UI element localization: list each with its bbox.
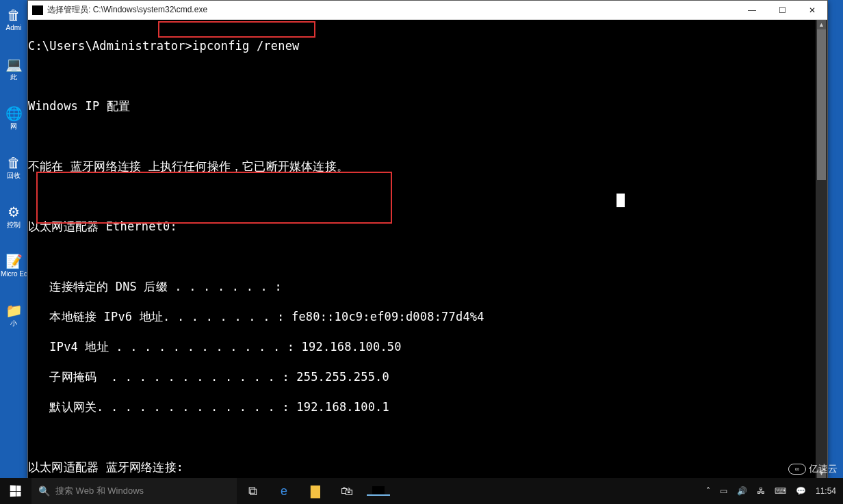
tray-app-icon[interactable]: ▭ [720, 486, 727, 496]
desktop-icon[interactable]: 🌐网 [1, 104, 26, 137]
desktop-icon[interactable]: 🗑回收 [1, 153, 26, 186]
window-title: 选择管理员: C:\Windows\system32\cmd.exe [47, 4, 737, 16]
scroll-up-arrow[interactable]: ▲ [817, 20, 826, 29]
taskbar-search[interactable]: 🔍 搜索 Web 和 Windows [31, 478, 237, 504]
edge-browser-icon[interactable]: e [268, 484, 300, 499]
output-line: 以太网适配器 Ethernet0: [28, 219, 813, 234]
tray-action-center-icon[interactable]: 💬 [796, 486, 806, 496]
cmd-taskbar-icon[interactable] [363, 486, 394, 496]
desktop-icon[interactable]: ⚙控制 [1, 202, 26, 235]
close-button[interactable]: ✕ [797, 1, 827, 19]
system-tray: ˄ ▭ 🔊 🖧 ⌨ 💬 11:54 [699, 478, 843, 504]
terminal-output[interactable]: C:\Users\Administrator>ipconfig /renew W… [28, 20, 816, 478]
window-controls: — ☐ ✕ [737, 1, 827, 19]
desktop-icon[interactable]: 📁小 [1, 301, 26, 334]
minimize-button[interactable]: — [737, 1, 767, 19]
task-view-button[interactable]: ⧉ [237, 484, 268, 499]
vertical-scrollbar[interactable]: ▲ ▼ [816, 20, 827, 478]
window-titlebar[interactable]: 选择管理员: C:\Windows\system32\cmd.exe — ☐ ✕ [28, 1, 827, 20]
desktop-icon[interactable]: 📝Micro Ed [1, 252, 26, 284]
search-placeholder: 搜索 Web 和 Windows [55, 485, 144, 497]
watermark-text: 亿速云 [809, 463, 838, 475]
output-line: 不能在 蓝牙网络连接 上执行任何操作，它已断开媒体连接。 [28, 159, 813, 174]
tray-chevron-icon[interactable]: ˄ [706, 486, 710, 496]
output-line: IPv4 地址 . . . . . . . . . . . . : 192.16… [28, 339, 813, 354]
watermark-icon: ∞ [788, 464, 806, 475]
file-explorer-icon[interactable]: ▇ [300, 483, 331, 499]
windows-logo-icon [10, 486, 21, 497]
search-icon: 🔍 [38, 486, 50, 496]
output-line: 子网掩码 . . . . . . . . . . . . : 255.255.2… [28, 369, 813, 384]
tray-clock[interactable]: 11:54 [816, 486, 836, 496]
selection-caret [617, 194, 625, 207]
desktop-icons-column: 🗑Admi 💻此 🌐网 🗑回收 ⚙控制 📝Micro Ed 📁小 [0, 0, 27, 478]
cmd-window: 选择管理员: C:\Windows\system32\cmd.exe — ☐ ✕… [27, 0, 828, 479]
taskbar-pinned: ⧉ e ▇ 🛍 [237, 478, 394, 504]
tray-keyboard-icon[interactable]: ⌨ [775, 486, 786, 496]
store-icon[interactable]: 🛍 [331, 484, 363, 499]
output-line: 默认网关. . . . . . . . . . . . . : 192.168.… [28, 399, 813, 414]
output-line: 连接特定的 DNS 后缀 . . . . . . . : [28, 279, 813, 294]
watermark: ∞ 亿速云 [788, 463, 838, 475]
desktop-icon[interactable]: 🗑Admi [1, 5, 26, 38]
cmd-icon [32, 5, 43, 15]
output-line: Windows IP 配置 [28, 98, 813, 114]
command-text: >ipconfig /renew [185, 39, 300, 53]
scroll-thumb[interactable] [817, 29, 826, 180]
tray-volume-icon[interactable]: 🔊 [737, 486, 747, 496]
desktop-icon[interactable]: 💻此 [1, 55, 26, 88]
maximize-button[interactable]: ☐ [767, 1, 797, 19]
output-line: 本地链接 IPv6 地址. . . . . . . . : fe80::10c9… [28, 309, 813, 324]
output-line: 以太网适配器 蓝牙网络连接: [28, 460, 813, 475]
start-button[interactable] [0, 478, 31, 504]
prompt-path: C:\Users\Administrator [28, 39, 185, 53]
taskbar: 🔍 搜索 Web 和 Windows ⧉ e ▇ 🛍 ˄ ▭ 🔊 🖧 ⌨ 💬 1… [0, 478, 843, 504]
tray-network-icon[interactable]: 🖧 [757, 486, 765, 496]
